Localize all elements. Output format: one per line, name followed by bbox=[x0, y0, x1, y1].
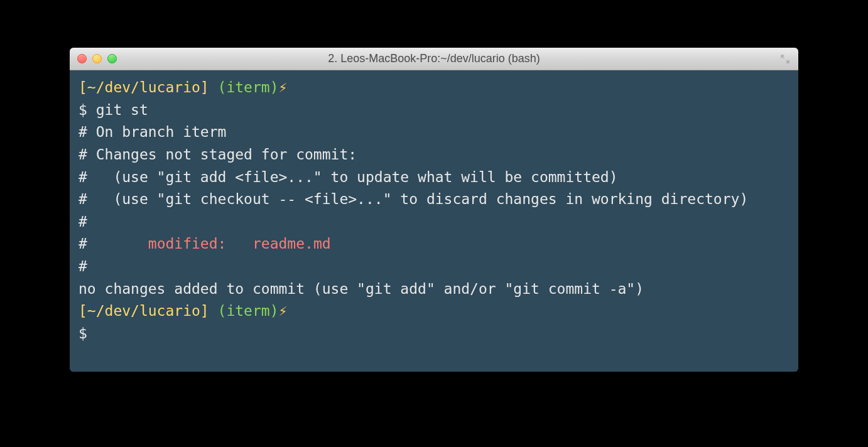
close-icon[interactable] bbox=[77, 54, 87, 63]
prompt-line: [~/dev/lucario] (iterm)⚡ bbox=[79, 77, 789, 99]
prompt-branch: (iterm) bbox=[218, 79, 279, 95]
prompt-symbol: $ bbox=[79, 102, 87, 118]
modified-file: modified: readme.md bbox=[148, 235, 331, 252]
output-line: # bbox=[79, 211, 789, 234]
command-line: $ git st bbox=[79, 99, 789, 122]
output-line: # bbox=[79, 256, 789, 278]
prompt-path: [~/dev/lucario] bbox=[79, 79, 209, 95]
bolt-icon: ⚡ bbox=[279, 303, 288, 319]
output-prefix: # bbox=[79, 235, 148, 252]
window-title: 2. Leos-MacBook-Pro:~/dev/lucario (bash) bbox=[70, 52, 798, 65]
minimize-icon[interactable] bbox=[92, 54, 102, 63]
prompt-line: [~/dev/lucario] (iterm)⚡ bbox=[79, 300, 789, 323]
output-line: # modified: readme.md bbox=[79, 233, 789, 256]
maximize-icon[interactable] bbox=[107, 54, 117, 63]
traffic-lights bbox=[77, 54, 117, 63]
command-text: git st bbox=[96, 102, 148, 118]
bolt-icon: ⚡ bbox=[279, 79, 288, 95]
output-line: # Changes not staged for commit: bbox=[79, 144, 789, 166]
output-line: no changes added to commit (use "git add… bbox=[79, 278, 789, 301]
expand-icon[interactable] bbox=[779, 53, 791, 65]
output-line: # On branch iterm bbox=[79, 121, 789, 144]
terminal-window: 2. Leos-MacBook-Pro:~/dev/lucario (bash)… bbox=[70, 48, 798, 372]
output-line: # (use "git checkout -- <file>..." to di… bbox=[79, 188, 789, 211]
titlebar[interactable]: 2. Leos-MacBook-Pro:~/dev/lucario (bash) bbox=[70, 48, 798, 70]
output-line: # (use "git add <file>..." to update wha… bbox=[79, 166, 789, 189]
prompt-branch: (iterm) bbox=[218, 303, 279, 319]
prompt-symbol: $ bbox=[79, 323, 789, 345]
prompt-path: [~/dev/lucario] bbox=[79, 303, 209, 319]
terminal-content[interactable]: [~/dev/lucario] (iterm)⚡$ git st# On bra… bbox=[70, 70, 798, 372]
